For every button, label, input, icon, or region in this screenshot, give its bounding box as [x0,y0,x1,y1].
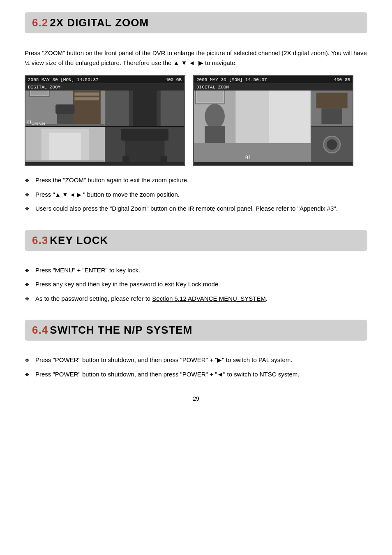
svg-rect-24 [194,143,311,162]
svg-rect-16 [49,132,81,160]
dvr-storage-1: 400 GB [165,77,182,82]
section-header-6-3: 6.3 KEY LOCK [25,230,367,251]
section-title-6-4: SWITCH THE N/P SYSTEM [50,324,192,336]
svg-rect-4 [74,91,99,91]
section-6-4-bullets: Press "POWER" button to shutdown, and th… [25,355,367,379]
bullet-6-2-1: Press the "ZOOM" button again to exit th… [25,176,367,185]
svg-rect-17 [25,160,105,162]
camera-label: CAMERA01 [32,122,46,125]
bullet-6-4-1: Press "POWER" button to shutdown, and th… [25,355,367,365]
section-title-6-2: 2X DIGITAL ZOOM [50,16,149,29]
svg-point-29 [205,104,225,129]
section-header-6-2: 6.2 2X DIGITAL ZOOM [25,12,367,33]
section-num-6-2: 6.2 [32,16,48,29]
svg-rect-6 [74,97,99,100]
svg-rect-9 [57,112,73,124]
bullet-6-3-3: As to the password setting, please refer… [25,294,367,304]
dvr-screen-2: 2005-MAY-30 [MON] 14:50:37 400 GB DIGITA… [193,75,353,166]
svg-rect-28 [197,91,223,102]
dvr-topbar-1: 2005-MAY-30 [MON] 14:50:37 400 GB [25,76,184,84]
section-6-2-body: Press "ZOOM" button on the front panel o… [25,48,367,68]
bullet-6-2-3: Users could also press the "Digital Zoom… [25,204,367,214]
svg-rect-10 [55,104,74,114]
dvr-topbar-2: 2005-MAY-30 [MON] 14:50:37 400 GB [194,76,353,84]
section-6-3: 6.3 KEY LOCK Press "MENU" + "ENTER" to k… [25,230,367,304]
link-section-5-12[interactable]: Section 5.12 ADVANCE MENU_SYSTEM [152,295,266,302]
svg-rect-13 [133,91,157,126]
svg-rect-8 [31,91,47,95]
svg-rect-20 [121,128,168,140]
svg-rect-5 [74,93,99,96]
dvr-timestamp-1: 2005-MAY-30 [MON] 14:50:37 [28,77,99,82]
section-num-6-4: 6.4 [32,324,48,336]
bullet-6-3-1: Press "MENU" + "ENTER" to key lock. [25,266,367,275]
section-6-2-bullets: Press the "ZOOM" button again to exit th… [25,176,367,214]
svg-rect-22 [160,156,166,162]
dvr-screenshots-row: 2005-MAY-30 [MON] 14:50:37 400 GB DIGITA… [25,75,367,166]
svg-point-36 [327,139,337,149]
section-title-6-3: KEY LOCK [50,234,108,246]
dvr-label-1: DIGITAL ZOOM [25,84,184,91]
svg-rect-21 [122,156,129,162]
bullet-6-3-2: Press any key and then key in the passwo… [25,280,367,289]
dvr-timestamp-2: 2005-MAY-30 [MON] 14:50:37 [196,77,267,82]
page-number: 29 [25,395,367,402]
bullet-6-4-2: Press "POWER" button to shutdown, and th… [25,370,367,379]
section-header-6-4: 6.4 SWITCH THE N/P SYSTEM [25,320,367,341]
dvr-label-2: DIGITAL ZOOM [194,84,353,91]
bullet-6-2-2: Press "▲ ▼ ◄ ▶ " button to move the zoom… [25,190,367,200]
dvr2-channel: 01 [245,155,251,160]
section-num-6-3: 6.3 [32,234,48,246]
dvr-screen-1: 2005-MAY-30 [MON] 14:50:37 400 GB DIGITA… [25,75,185,166]
svg-rect-30 [205,126,225,143]
svg-rect-32 [316,93,347,108]
svg-rect-26 [269,91,310,143]
section-6-2: 6.2 2X DIGITAL ZOOM Press "ZOOM" button … [25,12,367,214]
svg-rect-33 [321,108,342,124]
dvr-storage-2: 400 GB [334,77,350,82]
section-6-4: 6.4 SWITCH THE N/P SYSTEM Press "POWER" … [25,320,367,379]
section-6-3-bullets: Press "MENU" + "ENTER" to key lock. Pres… [25,266,367,304]
channel-label-tl: 01CAMERA01 [27,120,46,125]
